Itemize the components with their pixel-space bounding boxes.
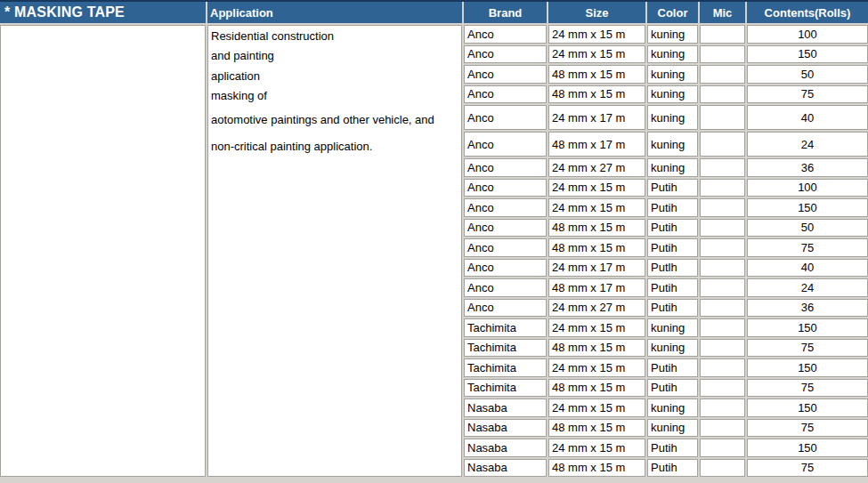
size-cell: 24 mm x 17 m bbox=[548, 105, 645, 130]
size-cell: 48 mm x 15 m bbox=[548, 459, 645, 478]
color-cell: Putih bbox=[647, 198, 698, 217]
color-cell: Putlh bbox=[647, 259, 698, 278]
mic-cell bbox=[700, 219, 745, 237]
column-header-mic: Mic bbox=[700, 2, 745, 23]
color-cell: Putih bbox=[647, 179, 698, 197]
contents-cell: 75 bbox=[747, 459, 868, 478]
color-cell: Putih bbox=[647, 439, 698, 457]
contents-cell: 75 bbox=[747, 419, 868, 438]
color-cell: kuning bbox=[647, 132, 698, 157]
mic-cell bbox=[700, 439, 745, 457]
color-cell: kuning bbox=[647, 158, 698, 177]
brand-cell: Anco bbox=[464, 198, 547, 217]
brand-cell: Anco bbox=[464, 278, 547, 297]
contents-cell: 150 bbox=[747, 398, 868, 417]
color-cell: Putih bbox=[647, 219, 698, 237]
contents-cell: 75 bbox=[747, 339, 868, 358]
size-cell: 24 mm x 27 m bbox=[548, 299, 645, 318]
catalog-sheet: * MASKING TAPE Application Brand Size Co… bbox=[0, 0, 868, 483]
color-cell: Putih bbox=[647, 299, 698, 318]
size-cell: 24 mm x 27 m bbox=[548, 158, 645, 177]
mic-cell bbox=[700, 358, 745, 377]
size-cell: 24 mm x 15 m bbox=[548, 398, 645, 417]
size-cell: 48 mm x 17 m bbox=[548, 278, 645, 297]
brand-cell: Nasaba bbox=[464, 419, 547, 438]
size-cell: 24 mm x 15 m bbox=[548, 439, 645, 457]
application-line: Residential construction bbox=[211, 26, 461, 46]
mic-cell bbox=[700, 179, 745, 197]
brand-cell: Anco bbox=[464, 158, 547, 177]
contents-cell: 50 bbox=[747, 219, 868, 237]
color-cell: kuning bbox=[647, 45, 698, 64]
size-cell: 24 mm x 15 m bbox=[548, 318, 645, 337]
mic-cell bbox=[700, 238, 745, 257]
size-cell: 48 mm x 15 m bbox=[548, 379, 645, 398]
brand-cell: Anco bbox=[464, 45, 547, 64]
contents-cell: 150 bbox=[747, 45, 868, 64]
brand-cell: Anco bbox=[464, 105, 547, 130]
mic-cell bbox=[700, 379, 745, 398]
contents-cell: 150 bbox=[747, 358, 868, 377]
color-cell: Putih bbox=[647, 278, 698, 297]
color-cell: kuning bbox=[647, 339, 698, 358]
application-line: aotomotive paintings and other vehicle, … bbox=[211, 106, 461, 133]
color-cell: kuning bbox=[647, 398, 698, 417]
brand-cell: Anco bbox=[464, 132, 547, 157]
color-cell: kuning bbox=[647, 85, 698, 104]
brand-cell: Anco bbox=[464, 65, 547, 84]
column-header-contents: Contents(Rolls) bbox=[747, 2, 868, 23]
brand-cell: Tachimita bbox=[464, 358, 547, 377]
column-header-application: Application bbox=[207, 2, 462, 23]
brand-cell: Anco bbox=[464, 85, 547, 104]
size-cell: 48 mm x 15 m bbox=[548, 219, 645, 237]
brand-cell: Anco bbox=[464, 25, 547, 44]
product-table: * MASKING TAPE Application Brand Size Co… bbox=[0, 2, 868, 477]
color-cell: Putih bbox=[647, 358, 698, 377]
contents-cell: 24 bbox=[747, 278, 868, 297]
brand-cell: Tachimita bbox=[464, 318, 547, 337]
color-cell: kuning bbox=[647, 419, 698, 438]
contents-cell: 75 bbox=[747, 379, 868, 398]
color-cell: kuning bbox=[647, 105, 698, 130]
mic-cell bbox=[700, 278, 745, 297]
mic-cell bbox=[700, 459, 745, 478]
contents-cell: 150 bbox=[747, 439, 868, 457]
brand-cell: Anco bbox=[464, 299, 547, 318]
mic-cell bbox=[700, 132, 745, 157]
size-cell: 24 mm x 15 m bbox=[548, 198, 645, 217]
size-cell: 48 mm x 15 m bbox=[548, 85, 645, 104]
size-cell: 48 mm x 15 m bbox=[548, 65, 645, 84]
color-cell: kuning bbox=[647, 65, 698, 84]
contents-cell: 75 bbox=[747, 85, 868, 104]
contents-cell: 40 bbox=[747, 105, 868, 130]
contents-cell: 100 bbox=[747, 25, 868, 44]
column-header-color: Color bbox=[647, 2, 698, 23]
brand-cell: Anco bbox=[464, 219, 547, 237]
size-cell: 48 mm x 15 m bbox=[548, 339, 645, 358]
mic-cell bbox=[700, 65, 745, 84]
brand-cell: Anco bbox=[464, 238, 547, 257]
size-cell: 48 mm x 15 m bbox=[548, 419, 645, 438]
mic-cell bbox=[700, 259, 745, 278]
contents-cell: 36 bbox=[747, 158, 868, 177]
contents-cell: 100 bbox=[747, 179, 868, 197]
mic-cell bbox=[700, 318, 745, 337]
mic-cell bbox=[700, 419, 745, 438]
column-header-size: Size bbox=[548, 2, 645, 23]
color-cell: Putih bbox=[647, 379, 698, 398]
brand-cell: Nasaba bbox=[464, 398, 547, 417]
brand-cell: Nasaba bbox=[464, 439, 547, 457]
mic-cell bbox=[700, 339, 745, 358]
color-cell: Putih bbox=[647, 459, 698, 478]
brand-cell: Anco bbox=[464, 179, 547, 197]
product-name-spacer-cell bbox=[0, 25, 206, 477]
contents-cell: 40 bbox=[747, 259, 868, 278]
mic-cell bbox=[700, 45, 745, 64]
mic-cell bbox=[700, 25, 745, 44]
size-cell: 48 mm x 17 m bbox=[548, 132, 645, 157]
contents-cell: 75 bbox=[747, 238, 868, 257]
column-header-brand: Brand bbox=[464, 2, 547, 23]
size-cell: 24 mm x 15 m bbox=[548, 358, 645, 377]
size-cell: 24 mm x 15 m bbox=[548, 179, 645, 197]
application-line: masking of bbox=[211, 86, 461, 107]
